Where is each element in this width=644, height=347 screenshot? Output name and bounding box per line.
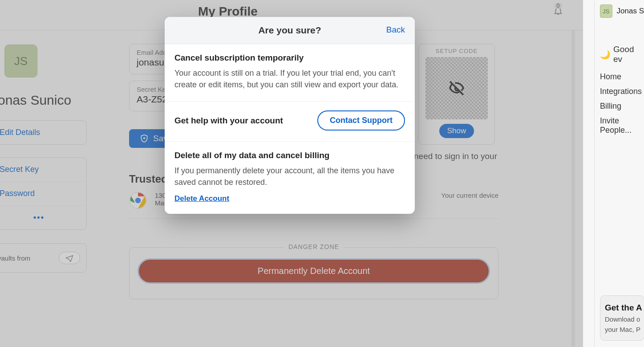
delete-data-body: If you permanently delete your account, … (174, 165, 405, 188)
account-switcher[interactable]: JS Jonas S (600, 4, 644, 18)
modal-title: Are you sure? (174, 25, 405, 36)
nav-home[interactable]: Home (600, 72, 644, 82)
contact-support-button[interactable]: Contact Support (317, 110, 405, 131)
right-drawer: JS Jonas S 🌙 Good ev Home Integrations B… (594, 0, 644, 347)
avatar-small: JS (600, 4, 612, 18)
delete-data-title: Delete all of my data and cancel billing (174, 151, 405, 160)
delete-account-link[interactable]: Delete Account (174, 194, 229, 203)
drawer-nav: Home Integrations Billing Invite People.… (600, 72, 644, 135)
confirm-modal: Are you sure? Back Cancel subscription t… (165, 17, 415, 214)
apps-promo[interactable]: Get the A Download o your Mac, P (600, 295, 644, 341)
greeting: 🌙 Good ev (600, 45, 644, 64)
cancel-subscription-title: Cancel subscription temporarily (174, 53, 405, 63)
nav-invite-people[interactable]: Invite People... (600, 116, 644, 135)
modal-back-button[interactable]: Back (386, 25, 405, 35)
get-help-title: Get help with your account (174, 116, 283, 126)
account-name: Jonas S (617, 7, 644, 16)
cancel-subscription-body: Your account is still on a trial. If you… (174, 67, 405, 90)
nav-billing[interactable]: Billing (600, 102, 644, 111)
nav-integrations[interactable]: Integrations (600, 87, 644, 96)
moon-icon: 🌙 (600, 49, 611, 60)
